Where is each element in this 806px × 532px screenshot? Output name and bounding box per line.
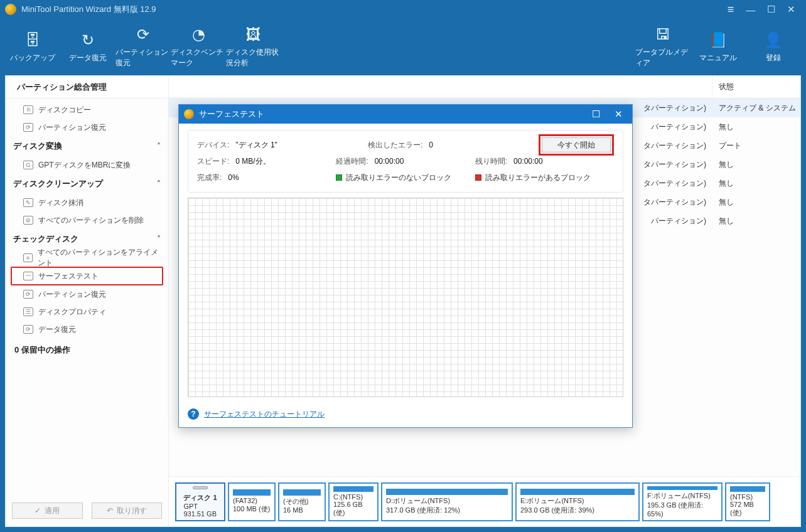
op-disk-copy[interactable]: ⎘ディスクコピー	[6, 101, 168, 119]
op-partition-recovery[interactable]: ⟳パーティション復元	[6, 119, 168, 136]
dialog-titlebar: サーフェステスト ☐ ✕	[179, 105, 632, 124]
dialog-title: サーフェステスト	[199, 109, 264, 120]
undo-button[interactable]: ↶取り消す	[92, 503, 163, 519]
op-gpt-to-mbr[interactable]: GGPTディスクをMBRに変換	[6, 156, 168, 174]
remain-value: 00:00:00	[513, 157, 543, 166]
convert-icon: G	[23, 161, 33, 169]
partition-recovery-button[interactable]: ⟳ パーティション復元	[116, 22, 171, 72]
device-value: "ディスク 1"	[235, 140, 277, 151]
disk-partitions-strip: (FAT32)100 MB (使)(その他)16 MBC:(NTFS)125.6…	[228, 482, 794, 521]
errors-value: 0	[429, 141, 433, 149]
op-label: サーフェステスト	[38, 271, 99, 282]
start-now-button[interactable]: 今すぐ開始	[542, 137, 611, 152]
elapsed-label: 経過時間:	[336, 156, 368, 167]
bootable-media-button[interactable]: 🖫 ブータブルメディア	[635, 22, 690, 72]
op-partition-recovery-2[interactable]: ⟳パーティション復元	[6, 285, 168, 303]
block-grid	[188, 198, 623, 397]
disk-partition[interactable]: C:(NTFS)125.6 GB (使)	[328, 482, 379, 521]
disk-usage-icon: 🖼	[244, 26, 264, 43]
disk-partition[interactable]: (その他)16 MB	[278, 482, 326, 521]
group-title: ディスククリーンアップ	[13, 178, 103, 189]
apply-label: 適用	[45, 506, 60, 516]
partition-info: 125.6 GB (使)	[333, 501, 373, 518]
partition-recovery-label: パーティション復元	[116, 47, 171, 68]
col-status[interactable]: 状態	[712, 76, 800, 98]
eraser-icon: ✎	[23, 198, 33, 207]
data-recovery-icon: ⟳	[23, 325, 33, 334]
left-panel: パーティション総合管理 ⎘ディスクコピー ⟳パーティション復元 ディスク変換˄ …	[6, 76, 169, 526]
partition-name: (NTFS)	[730, 493, 765, 501]
hamburger-menu-icon[interactable]: ≡	[721, 3, 741, 16]
disk-partition[interactable]: (NTFS)572 MB (使)	[725, 482, 770, 521]
partition-info: 100 MB (使)	[233, 504, 271, 514]
usage-bar	[233, 489, 271, 496]
group-check-disk[interactable]: チェックディスク˄	[6, 229, 168, 249]
op-label: ディスクコピー	[38, 105, 91, 115]
disk-icon	[193, 486, 208, 489]
progress-value: 0%	[228, 173, 239, 182]
dialog-footer: ? サーフェステストのチュートリアル	[179, 403, 632, 427]
group-title: ディスク変換	[13, 141, 62, 152]
disk-map: ディスク 1 GPT 931.51 GB (FAT32)100 MB (使)(そ…	[169, 476, 800, 526]
group-disk-cleanup[interactable]: ディスククリーンアップ˄	[6, 174, 168, 194]
op-label: ディスク抹消	[38, 198, 83, 208]
tutorial-link[interactable]: サーフェステストのチュートリアル	[204, 409, 325, 420]
group-disk-convert[interactable]: ディスク変換˄	[6, 136, 168, 156]
register-button[interactable]: 👤 登録	[746, 22, 801, 72]
tab-partition-management[interactable]: パーティション総合管理	[6, 76, 168, 98]
surface-test-icon: 〰	[23, 272, 33, 280]
help-icon[interactable]: ?	[188, 408, 199, 420]
backup-label: バックアップ	[10, 53, 55, 63]
disk-size: 931.51 GB	[183, 510, 217, 518]
maximize-button[interactable]: ☐	[761, 3, 781, 16]
apply-button[interactable]: ✓適用	[12, 503, 83, 519]
benchmark-icon: ◔	[188, 26, 208, 43]
manual-icon: 📘	[708, 31, 728, 49]
op-surface-test[interactable]: 〰サーフェステスト	[11, 267, 163, 285]
data-recovery-button[interactable]: ↻ データ復元	[60, 22, 116, 72]
disk-benchmark-button[interactable]: ◔ ディスクベンチマーク	[171, 22, 226, 72]
legend-bad-icon	[475, 174, 481, 181]
cell-status: ブート	[712, 141, 800, 151]
close-button[interactable]: ✕	[781, 3, 801, 16]
partition-recovery-icon: ⟳	[133, 26, 153, 43]
disk-benchmark-label: ディスクベンチマーク	[171, 47, 226, 68]
partition-name: E:ボリューム(NTFS)	[520, 496, 635, 506]
op-delete-all-partitions[interactable]: ⊘すべてのパーティションを削除	[6, 211, 168, 229]
dialog-close-button[interactable]: ✕	[610, 107, 627, 121]
disk-usage-label: ディスク使用状況分析	[226, 47, 281, 68]
surface-test-info: デバイス:"ディスク 1" 検出したエラー:0 今すぐ開始 スピード:0 MB/…	[188, 130, 623, 193]
op-label: ディスクプロパティ	[38, 307, 106, 317]
usage-bar	[730, 486, 765, 492]
op-data-recovery[interactable]: ⟳データ復元	[6, 321, 168, 338]
undo-icon: ↶	[107, 506, 113, 515]
manual-button[interactable]: 📘 マニュアル	[690, 22, 746, 72]
surface-test-dialog: サーフェステスト ☐ ✕ デバイス:"ディスク 1" 検出したエラー:0 今すぐ…	[178, 104, 633, 428]
legend-bad-label: 読み取りエラーがあるブロック	[485, 173, 591, 183]
speed-value: 0 MB/分。	[235, 156, 270, 167]
disk-identity[interactable]: ディスク 1 GPT 931.51 GB	[175, 482, 225, 521]
op-wipe-disk[interactable]: ✎ディスク抹消	[6, 194, 168, 211]
progress-label: 完成率:	[197, 173, 222, 183]
disk-partition[interactable]: (FAT32)100 MB (使)	[228, 482, 276, 521]
bottom-actions: ✓適用 ↶取り消す	[6, 495, 168, 526]
cell-status: 無し	[712, 122, 800, 132]
bootable-media-label: ブータブルメディア	[635, 47, 690, 68]
disk-partition[interactable]: D:ボリューム(NTFS)317.0 GB (使用済: 12%)	[381, 482, 513, 521]
dialog-maximize-button[interactable]: ☐	[587, 107, 604, 121]
disk-usage-button[interactable]: 🖼 ディスク使用状況分析	[226, 22, 281, 72]
usage-bar	[386, 489, 508, 495]
cell-status: 無し	[712, 197, 800, 208]
data-recovery-icon: ↻	[78, 31, 98, 49]
disk-partition[interactable]: E:ボリューム(NTFS)293.0 GB (使用済: 39%)	[515, 482, 640, 521]
op-disk-properties[interactable]: ☰ディスクプロパティ	[6, 303, 168, 321]
device-label: デバイス:	[197, 140, 229, 151]
partition-table-header: 状態	[169, 76, 800, 98]
backup-button[interactable]: 🗄 バックアップ	[5, 22, 60, 72]
disk-partition[interactable]: F:ボリューム(NTFS)195.3 GB (使用済: 65%)	[642, 482, 723, 521]
cell-status: 無し	[712, 216, 800, 226]
properties-icon: ☰	[23, 307, 33, 316]
minimize-button[interactable]: —	[741, 3, 761, 16]
app-icon	[5, 4, 16, 15]
op-align-partitions[interactable]: ≡すべてのパーティションをアライメント	[6, 249, 168, 267]
